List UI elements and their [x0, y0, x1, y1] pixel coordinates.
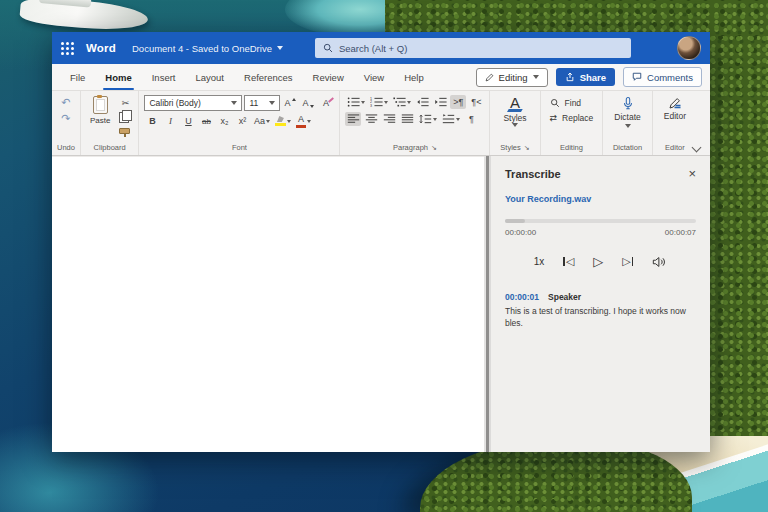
search-input[interactable]: Search (Alt + Q): [315, 38, 631, 58]
recording-file-link[interactable]: Your Recording.wav: [505, 194, 696, 204]
numbered-list-button[interactable]: 123: [368, 95, 389, 109]
justify-icon: [401, 113, 414, 125]
change-case-button[interactable]: Aa: [252, 114, 271, 128]
skip-forward-icon[interactable]: ▷: [622, 256, 633, 267]
styles-button[interactable]: A Styles: [495, 95, 534, 127]
comment-icon: [632, 72, 642, 82]
skip-back-icon[interactable]: ◁: [563, 256, 574, 267]
bullet-list-button[interactable]: [345, 95, 366, 109]
bold-button[interactable]: B: [144, 114, 160, 128]
transcribe-panel: Transcribe × Your Recording.wav 00:00:00…: [491, 156, 710, 452]
highlight-color-button[interactable]: [273, 114, 292, 128]
transcript-entry[interactable]: 00:00:01 Speaker This is a test of trans…: [505, 292, 696, 330]
line-spacing-icon: [419, 113, 432, 125]
font-name-value: Calibri (Body): [149, 98, 201, 108]
undo-button[interactable]: ↶: [58, 95, 74, 109]
editor-button[interactable]: Editor: [658, 95, 692, 122]
ribbon-tab-bar: File Home Insert Layout References Revie…: [52, 64, 710, 91]
tab-review[interactable]: Review: [303, 64, 354, 90]
rtl-paragraph-button[interactable]: ¶<: [468, 95, 484, 109]
app-launcher-icon[interactable]: [61, 42, 74, 55]
font-name-select[interactable]: Calibri (Body): [144, 95, 242, 111]
ribbon-group-clipboard: Paste ✂ Clipboard: [81, 91, 139, 155]
show-paragraph-marks-button[interactable]: ¶: [463, 112, 479, 126]
tab-view[interactable]: View: [354, 64, 394, 90]
tab-home[interactable]: Home: [95, 64, 141, 90]
find-label: Find: [565, 98, 582, 108]
document-title[interactable]: Document 4 - Saved to OneDrive: [132, 43, 283, 54]
copy-icon[interactable]: [119, 112, 129, 123]
transcript-timestamp[interactable]: 00:00:01: [505, 292, 539, 302]
tab-help[interactable]: Help: [394, 64, 434, 90]
align-center-button[interactable]: [363, 112, 379, 126]
group-label-undo: Undo: [57, 141, 75, 155]
tab-insert[interactable]: Insert: [142, 64, 186, 90]
editing-mode-button[interactable]: Editing: [476, 68, 548, 87]
ltr-paragraph-button[interactable]: >¶: [450, 95, 466, 109]
styles-icon: A: [510, 95, 520, 112]
bullet-list-icon: [347, 96, 360, 108]
shrink-font-button[interactable]: A: [300, 96, 316, 110]
tab-layout[interactable]: Layout: [185, 64, 234, 90]
superscript-button[interactable]: x²: [234, 114, 250, 128]
caret-up-icon: [292, 98, 296, 101]
panel-scrollbar[interactable]: [484, 156, 491, 452]
chevron-down-icon: [456, 118, 460, 121]
underline-button[interactable]: U: [180, 114, 196, 128]
document-canvas[interactable]: [52, 156, 484, 452]
dialog-launcher-icon[interactable]: ↘: [524, 144, 530, 151]
playback-speed-button[interactable]: 1x: [534, 256, 545, 267]
font-color-button[interactable]: A: [294, 114, 312, 128]
multilevel-list-button[interactable]: [391, 95, 412, 109]
font-size-select[interactable]: 11: [244, 95, 280, 111]
multilevel-list-icon: [393, 96, 406, 108]
clear-formatting-button[interactable]: A: [318, 96, 334, 110]
redo-button[interactable]: ↷: [58, 111, 74, 125]
grow-font-button[interactable]: A: [282, 96, 298, 110]
strikethrough-button[interactable]: ab: [198, 114, 214, 128]
dialog-launcher-icon[interactable]: ↘: [431, 144, 437, 151]
line-spacing-button[interactable]: [417, 112, 438, 126]
subscript-button[interactable]: x₂: [216, 114, 232, 128]
chevron-down-icon: [361, 101, 365, 104]
ribbon-group-dictation: Dictate Dictation: [603, 91, 652, 155]
find-button[interactable]: Find: [550, 98, 582, 108]
search-icon: [550, 98, 560, 108]
paste-button[interactable]: Paste: [86, 95, 114, 126]
search-icon: [323, 43, 333, 53]
editor-pencil-icon: [668, 96, 682, 110]
paragraph-label-text: Paragraph: [393, 143, 428, 152]
decrease-indent-button[interactable]: [414, 95, 430, 109]
audio-progress-bar[interactable]: [505, 219, 696, 223]
tab-file[interactable]: File: [60, 64, 95, 90]
justify-button[interactable]: [399, 112, 415, 126]
close-icon[interactable]: ×: [688, 167, 696, 180]
ribbon: ↶ ↷ Undo Paste ✂ C: [52, 91, 710, 156]
tab-references[interactable]: References: [234, 64, 303, 90]
comments-button[interactable]: Comments: [623, 67, 702, 87]
special-indent-button[interactable]: [440, 112, 461, 126]
cut-button[interactable]: ✂: [117, 96, 133, 110]
increase-indent-button[interactable]: [432, 95, 448, 109]
styles-button-label: Styles: [503, 113, 526, 123]
volume-icon[interactable]: [652, 256, 667, 268]
format-painter-icon[interactable]: [119, 128, 130, 134]
transcript-text: This is a test of transcribing. I hope i…: [505, 306, 696, 330]
comments-label: Comments: [647, 72, 693, 83]
italic-button[interactable]: I: [162, 114, 178, 128]
chevron-down-icon: [384, 101, 388, 104]
pencil-icon: [485, 73, 494, 82]
chevron-down-icon: [533, 75, 539, 79]
replace-button[interactable]: ⇄ Replace: [550, 113, 594, 123]
audio-progress-fill: [505, 219, 525, 223]
user-avatar[interactable]: [677, 36, 701, 60]
align-right-button[interactable]: [381, 112, 397, 126]
align-left-button[interactable]: [345, 112, 361, 126]
share-button[interactable]: Share: [556, 68, 615, 86]
group-label-dictation: Dictation: [608, 141, 646, 155]
chevron-down-icon: [287, 120, 291, 123]
replace-icon: ⇄: [550, 113, 558, 123]
play-icon[interactable]: ▷: [593, 255, 603, 268]
dictate-button[interactable]: Dictate: [608, 95, 646, 129]
chevron-down-icon: [277, 46, 283, 50]
